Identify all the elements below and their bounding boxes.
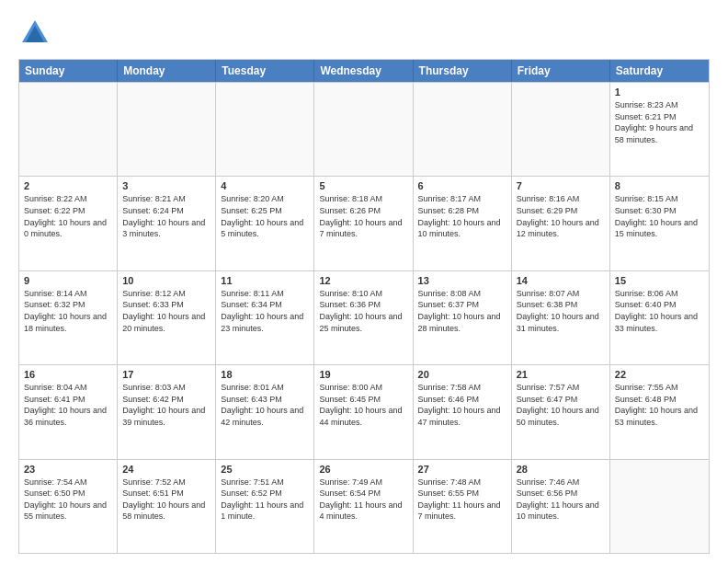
day-number: 6 [418,180,506,191]
day-info: Sunrise: 8:06 AM Sunset: 6:40 PM Dayligh… [615,288,704,334]
day-number: 17 [122,369,210,380]
day-info: Sunrise: 8:03 AM Sunset: 6:42 PM Dayligh… [122,382,210,428]
day-number: 28 [517,464,605,475]
day-number: 25 [221,464,309,475]
day-number: 2 [24,180,112,191]
calendar-cell: 2Sunrise: 8:22 AM Sunset: 6:22 PM Daylig… [19,177,118,270]
header-day-friday: Friday [512,60,610,82]
calendar-cell: 9Sunrise: 8:14 AM Sunset: 6:32 PM Daylig… [19,271,118,364]
header [18,17,710,50]
day-info: Sunrise: 7:57 AM Sunset: 6:47 PM Dayligh… [517,382,605,428]
calendar-cell: 6Sunrise: 8:17 AM Sunset: 6:28 PM Daylig… [414,177,512,270]
calendar: SundayMondayTuesdayWednesdayThursdayFrid… [18,59,710,554]
day-number: 15 [615,275,704,286]
calendar-cell: 23Sunrise: 7:54 AM Sunset: 6:50 PM Dayli… [19,460,118,553]
day-number: 20 [418,369,506,380]
day-info: Sunrise: 8:20 AM Sunset: 6:25 PM Dayligh… [221,193,309,239]
day-number: 22 [615,369,704,380]
calendar-cell: 17Sunrise: 8:03 AM Sunset: 6:42 PM Dayli… [118,365,216,458]
day-info: Sunrise: 8:21 AM Sunset: 6:24 PM Dayligh… [122,193,210,239]
calendar-cell: 13Sunrise: 8:08 AM Sunset: 6:37 PM Dayli… [414,271,512,364]
day-number: 21 [517,369,605,380]
header-day-tuesday: Tuesday [216,60,314,82]
day-number: 14 [517,275,605,286]
day-info: Sunrise: 8:10 AM Sunset: 6:36 PM Dayligh… [319,288,407,334]
day-number: 23 [24,464,112,475]
day-number: 3 [122,180,210,191]
day-info: Sunrise: 8:07 AM Sunset: 6:38 PM Dayligh… [517,288,605,334]
calendar-cell: 14Sunrise: 8:07 AM Sunset: 6:38 PM Dayli… [512,271,610,364]
day-info: Sunrise: 7:46 AM Sunset: 6:56 PM Dayligh… [517,477,605,523]
calendar-cell: 27Sunrise: 7:48 AM Sunset: 6:55 PM Dayli… [414,460,512,553]
day-number: 9 [24,275,112,286]
day-info: Sunrise: 7:55 AM Sunset: 6:48 PM Dayligh… [615,382,704,428]
day-info: Sunrise: 8:12 AM Sunset: 6:33 PM Dayligh… [122,288,210,334]
calendar-row: 23Sunrise: 7:54 AM Sunset: 6:50 PM Dayli… [19,459,709,553]
calendar-cell: 11Sunrise: 8:11 AM Sunset: 6:34 PM Dayli… [216,271,314,364]
logo [18,17,55,50]
day-info: Sunrise: 7:54 AM Sunset: 6:50 PM Dayligh… [24,477,112,523]
page: SundayMondayTuesdayWednesdayThursdayFrid… [0,0,728,563]
calendar-cell [610,460,709,553]
calendar-cell [19,83,118,176]
calendar-cell [314,83,413,176]
header-day-sunday: Sunday [19,60,118,82]
calendar-cell: 8Sunrise: 8:15 AM Sunset: 6:30 PM Daylig… [610,177,709,270]
calendar-cell: 18Sunrise: 8:01 AM Sunset: 6:43 PM Dayli… [216,365,314,458]
day-number: 24 [122,464,210,475]
day-info: Sunrise: 8:08 AM Sunset: 6:37 PM Dayligh… [418,288,506,334]
day-number: 27 [418,464,506,475]
day-number: 12 [319,275,407,286]
calendar-cell: 12Sunrise: 8:10 AM Sunset: 6:36 PM Dayli… [314,271,413,364]
day-info: Sunrise: 7:51 AM Sunset: 6:52 PM Dayligh… [221,477,309,523]
day-info: Sunrise: 8:15 AM Sunset: 6:30 PM Dayligh… [615,193,704,239]
day-info: Sunrise: 7:48 AM Sunset: 6:55 PM Dayligh… [418,477,506,523]
day-info: Sunrise: 8:23 AM Sunset: 6:21 PM Dayligh… [615,99,704,145]
day-number: 13 [418,275,506,286]
calendar-row: 9Sunrise: 8:14 AM Sunset: 6:32 PM Daylig… [19,270,709,364]
header-day-monday: Monday [118,60,216,82]
day-number: 5 [319,180,407,191]
header-day-saturday: Saturday [610,60,709,82]
day-number: 26 [319,464,407,475]
day-info: Sunrise: 8:01 AM Sunset: 6:43 PM Dayligh… [221,382,309,428]
calendar-cell: 4Sunrise: 8:20 AM Sunset: 6:25 PM Daylig… [216,177,314,270]
day-number: 1 [615,86,704,98]
day-number: 10 [122,275,210,286]
calendar-cell: 22Sunrise: 7:55 AM Sunset: 6:48 PM Dayli… [610,365,709,458]
header-day-thursday: Thursday [414,60,512,82]
calendar-cell: 7Sunrise: 8:16 AM Sunset: 6:29 PM Daylig… [512,177,610,270]
calendar-cell: 24Sunrise: 7:52 AM Sunset: 6:51 PM Dayli… [118,460,216,553]
day-info: Sunrise: 7:58 AM Sunset: 6:46 PM Dayligh… [418,382,506,428]
calendar-cell [216,83,314,176]
calendar-cell: 28Sunrise: 7:46 AM Sunset: 6:56 PM Dayli… [512,460,610,553]
calendar-row: 2Sunrise: 8:22 AM Sunset: 6:22 PM Daylig… [19,176,709,270]
calendar-cell: 1Sunrise: 8:23 AM Sunset: 6:21 PM Daylig… [610,83,709,176]
calendar-cell: 15Sunrise: 8:06 AM Sunset: 6:40 PM Dayli… [610,271,709,364]
day-info: Sunrise: 8:04 AM Sunset: 6:41 PM Dayligh… [24,382,112,428]
calendar-cell [118,83,216,176]
calendar-cell [512,83,610,176]
calendar-cell: 20Sunrise: 7:58 AM Sunset: 6:46 PM Dayli… [414,365,512,458]
calendar-cell: 21Sunrise: 7:57 AM Sunset: 6:47 PM Dayli… [512,365,610,458]
calendar-cell: 16Sunrise: 8:04 AM Sunset: 6:41 PM Dayli… [19,365,118,458]
day-info: Sunrise: 8:17 AM Sunset: 6:28 PM Dayligh… [418,193,506,239]
day-number: 16 [24,369,112,380]
day-number: 8 [615,180,704,191]
day-info: Sunrise: 8:22 AM Sunset: 6:22 PM Dayligh… [24,193,112,239]
calendar-cell: 19Sunrise: 8:00 AM Sunset: 6:45 PM Dayli… [314,365,413,458]
day-number: 11 [221,275,309,286]
day-info: Sunrise: 7:49 AM Sunset: 6:54 PM Dayligh… [319,477,407,523]
day-info: Sunrise: 8:16 AM Sunset: 6:29 PM Dayligh… [517,193,605,239]
calendar-row: 1Sunrise: 8:23 AM Sunset: 6:21 PM Daylig… [19,82,709,176]
logo-icon [18,17,51,50]
day-number: 4 [221,180,309,191]
header-day-wednesday: Wednesday [314,60,413,82]
calendar-cell: 25Sunrise: 7:51 AM Sunset: 6:52 PM Dayli… [216,460,314,553]
day-info: Sunrise: 8:11 AM Sunset: 6:34 PM Dayligh… [221,288,309,334]
day-number: 18 [221,369,309,380]
calendar-body: 1Sunrise: 8:23 AM Sunset: 6:21 PM Daylig… [19,82,709,553]
calendar-cell: 10Sunrise: 8:12 AM Sunset: 6:33 PM Dayli… [118,271,216,364]
day-info: Sunrise: 8:14 AM Sunset: 6:32 PM Dayligh… [24,288,112,334]
calendar-cell: 3Sunrise: 8:21 AM Sunset: 6:24 PM Daylig… [118,177,216,270]
